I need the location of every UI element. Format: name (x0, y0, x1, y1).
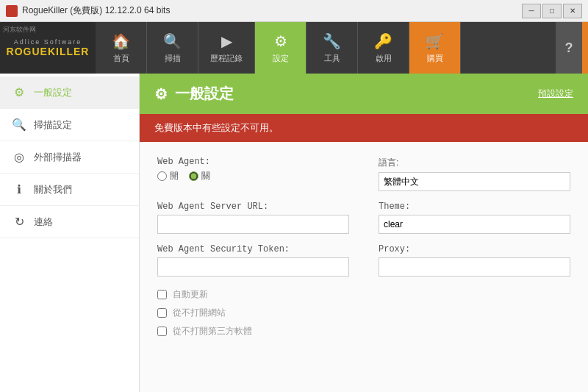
close-button[interactable]: ✕ (563, 4, 582, 18)
server-url-col: Web Agent Server URL: (157, 202, 349, 234)
window-controls: ─ □ ✕ (522, 4, 582, 18)
general-settings-icon: ⚙ (12, 85, 26, 99)
nav-logo: 河东软件网 Adlice Software ROGUEKILLER (0, 22, 96, 74)
nav-bar: 河东软件网 Adlice Software ROGUEKILLER 🏠 首頁 🔍… (0, 22, 588, 74)
proxy-label: Proxy: (379, 244, 570, 254)
sidebar-connect-label: 連絡 (34, 215, 53, 229)
never-open-third-party-label: 從不打開第三方軟體 (173, 325, 252, 338)
home-icon: 🏠 (112, 32, 130, 50)
theme-label: Theme: (379, 202, 570, 212)
sidebar-item-general[interactable]: ⚙ 一般設定 (0, 76, 139, 109)
warning-text: 免費版本中有些設定不可用。 (154, 122, 279, 133)
app-logo-icon (6, 5, 18, 17)
nav-tools-label: 工具 (324, 53, 340, 64)
scan-settings-icon: 🔍 (12, 118, 26, 132)
about-icon: ℹ (12, 182, 26, 196)
form-row-1: Web Agent: 開 關 (157, 157, 570, 191)
minimize-button[interactable]: ─ (522, 4, 541, 18)
nav-items: 🏠 首頁 🔍 掃描 ▶ 歷程記錄 ⚙ 設定 🔧 工具 🔑 啟用 🛒 購買 (96, 22, 556, 74)
external-scanner-icon: ◎ (12, 150, 26, 164)
buy-icon: 🛒 (426, 32, 444, 50)
language-label: 語言: (379, 157, 570, 169)
nav-help-button[interactable]: ? (556, 22, 582, 74)
web-agent-on-option[interactable]: 開 (157, 170, 179, 182)
maximize-button[interactable]: □ (542, 4, 562, 18)
sidebar-item-about[interactable]: ℹ 關於我們 (0, 174, 139, 206)
nav-logo-sub: Adlice Software (14, 38, 82, 46)
content-title: ⚙ 一般設定 (154, 84, 234, 104)
never-open-website-label: 從不打開網站 (173, 307, 226, 319)
never-open-third-party-option[interactable]: 從不打開第三方軟體 (157, 325, 570, 338)
web-agent-off-label: 關 (201, 170, 210, 182)
web-agent-off-option[interactable]: 關 (189, 170, 210, 182)
tools-icon: 🔧 (323, 32, 341, 50)
web-agent-col: Web Agent: 開 關 (157, 157, 349, 191)
never-open-third-party-checkbox[interactable] (157, 327, 167, 336)
help-icon: ? (565, 40, 573, 56)
window-title: RogueKiller (免費版) 12.12.2.0 64 bits (22, 4, 170, 17)
title-bar: RogueKiller (免費版) 12.12.2.0 64 bits ─ □ … (0, 0, 588, 22)
settings-icon: ⚙ (274, 32, 287, 50)
scan-icon: 🔍 (163, 32, 182, 50)
checkbox-group: 自動更新 從不打開網站 從不打開第三方軟體 (157, 288, 570, 338)
nav-item-home[interactable]: 🏠 首頁 (96, 22, 147, 74)
watermark-text: 河东软件网 (3, 25, 36, 35)
nav-item-settings[interactable]: ⚙ 設定 (255, 22, 306, 74)
history-icon: ▶ (221, 32, 232, 50)
language-input[interactable] (379, 172, 570, 191)
content-area: ⚙ 一般設定 預設設定 免費版本中有些設定不可用。 Web Agent: (140, 74, 588, 392)
nav-item-activate[interactable]: 🔑 啟用 (358, 22, 409, 74)
title-bar-left: RogueKiller (免費版) 12.12.2.0 64 bits (6, 4, 170, 17)
server-url-input[interactable] (157, 215, 349, 234)
content-title-icon: ⚙ (154, 85, 168, 103)
sidebar-external-label: 外部掃描器 (34, 151, 82, 164)
sidebar-scan-label: 掃描設定 (34, 118, 72, 132)
form-row-2: Web Agent Server URL: Theme: (157, 202, 570, 234)
nav-item-buy[interactable]: 🛒 購買 (409, 22, 461, 74)
web-agent-radio-group: 開 關 (157, 170, 349, 182)
web-agent-section: Web Agent: 開 關 (157, 157, 349, 182)
nav-buy-label: 購買 (427, 53, 443, 64)
activate-icon: 🔑 (374, 32, 392, 50)
form-row-3: Web Agent Security Token: Proxy: (157, 244, 570, 277)
default-settings-button[interactable]: 預設設定 (538, 88, 573, 100)
sidebar-about-label: 關於我們 (34, 183, 72, 196)
web-agent-label: Web Agent: (157, 157, 349, 167)
nav-item-scan[interactable]: 🔍 掃描 (147, 22, 198, 74)
settings-body: Web Agent: 開 關 (140, 142, 588, 352)
web-agent-on-label: 開 (170, 170, 179, 182)
main-layout: ⚙ 一般設定 🔍 掃描設定 ◎ 外部掃描器 ℹ 關於我們 ↻ 連絡 ⚙ 一般設定… (0, 74, 588, 392)
page-title: 一般設定 (175, 84, 234, 104)
web-agent-on-radio[interactable] (157, 171, 167, 181)
security-token-input[interactable] (157, 257, 349, 277)
warning-banner: 免費版本中有些設定不可用。 (140, 114, 588, 142)
nav-item-history[interactable]: ▶ 歷程記錄 (198, 22, 255, 74)
theme-col: Theme: (379, 202, 570, 234)
sidebar-general-label: 一般設定 (34, 86, 72, 99)
nav-settings-label: 設定 (273, 53, 289, 64)
nav-item-tools[interactable]: 🔧 工具 (306, 22, 358, 74)
proxy-input[interactable] (379, 257, 570, 277)
sidebar-item-scan-settings[interactable]: 🔍 掃描設定 (0, 109, 139, 141)
sidebar-item-external[interactable]: ◎ 外部掃描器 (0, 141, 139, 174)
never-open-website-checkbox[interactable] (157, 308, 167, 318)
connect-icon: ↻ (12, 215, 26, 229)
nav-home-label: 首頁 (113, 53, 129, 64)
web-agent-off-radio[interactable] (189, 171, 198, 181)
auto-update-checkbox[interactable] (157, 290, 167, 299)
language-col: 語言: (379, 157, 570, 191)
proxy-col: Proxy: (379, 244, 570, 277)
theme-input[interactable] (379, 215, 570, 234)
sidebar: ⚙ 一般設定 🔍 掃描設定 ◎ 外部掃描器 ℹ 關於我們 ↻ 連絡 (0, 74, 140, 392)
security-token-label: Web Agent Security Token: (157, 244, 349, 254)
content-header: ⚙ 一般設定 預設設定 (140, 74, 588, 114)
sidebar-item-connect[interactable]: ↻ 連絡 (0, 206, 139, 238)
never-open-website-option[interactable]: 從不打開網站 (157, 307, 570, 319)
nav-scan-label: 掃描 (165, 53, 181, 64)
nav-logo-main: ROGUEKILLER (7, 46, 90, 57)
nav-activate-label: 啟用 (376, 53, 392, 64)
nav-history-label: 歷程記錄 (210, 53, 243, 64)
auto-update-label: 自動更新 (173, 288, 208, 301)
security-token-col: Web Agent Security Token: (157, 244, 349, 277)
auto-update-option[interactable]: 自動更新 (157, 288, 570, 301)
